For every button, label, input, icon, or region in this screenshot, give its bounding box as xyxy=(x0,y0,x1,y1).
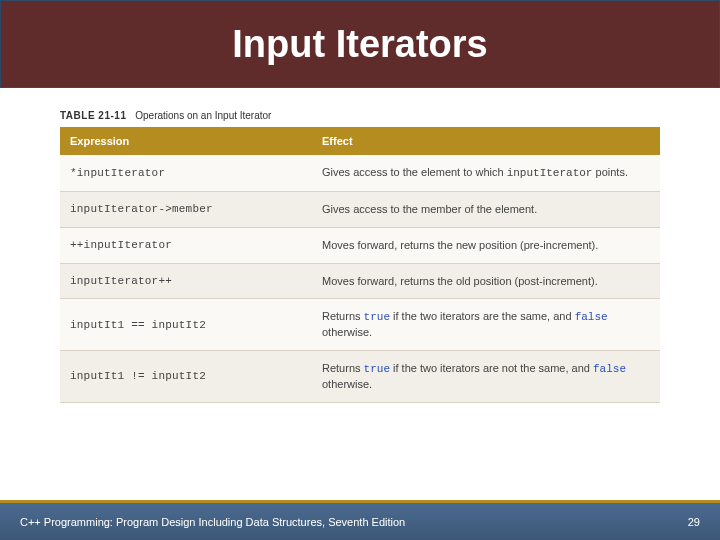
keyword-false: false xyxy=(593,363,626,375)
operations-table: Expression Effect *inputIterator Gives a… xyxy=(60,127,660,403)
expression-cell: *inputIterator xyxy=(60,155,312,191)
expression-cell: ++inputIterator xyxy=(60,227,312,263)
effect-cell: Moves forward, returns the new position … xyxy=(312,227,660,263)
effect-text: points. xyxy=(592,166,627,178)
inline-code: inputIterator xyxy=(507,167,593,179)
table-row: inputIt1 != inputIt2 Returns true if the… xyxy=(60,351,660,403)
effect-cell: Gives access to the member of the elemen… xyxy=(312,191,660,227)
keyword-false: false xyxy=(575,311,608,323)
table-row: inputIterator++ Moves forward, returns t… xyxy=(60,263,660,299)
table-row: inputIt1 == inputIt2 Returns true if the… xyxy=(60,299,660,351)
title-bar: Input Iterators xyxy=(0,0,720,88)
table-row: ++inputIterator Moves forward, returns t… xyxy=(60,227,660,263)
effect-cell: Returns true if the two iterators are no… xyxy=(312,351,660,403)
effect-cell: Gives access to the element to which inp… xyxy=(312,155,660,191)
table-row: inputIterator->member Gives access to th… xyxy=(60,191,660,227)
effect-text: if the two iterators are not the same, a… xyxy=(390,362,593,374)
expression-cell: inputIterator++ xyxy=(60,263,312,299)
effect-text: Returns xyxy=(322,310,364,322)
table-caption-text: Operations on an Input Iterator xyxy=(135,110,271,121)
table-number: TABLE 21-11 xyxy=(60,110,126,121)
footer-text: C++ Programming: Program Design Includin… xyxy=(20,516,405,528)
effect-cell: Returns true if the two iterators are th… xyxy=(312,299,660,351)
expression-cell: inputIterator->member xyxy=(60,191,312,227)
effect-text: otherwise. xyxy=(322,326,372,338)
table-row: *inputIterator Gives access to the eleme… xyxy=(60,155,660,191)
expression-cell: inputIt1 == inputIt2 xyxy=(60,299,312,351)
col-header-expression: Expression xyxy=(60,127,312,155)
table-caption: TABLE 21-11 Operations on an Input Itera… xyxy=(60,110,660,121)
effect-text: if the two iterators are the same, and xyxy=(390,310,575,322)
expression-cell: inputIt1 != inputIt2 xyxy=(60,351,312,403)
keyword-true: true xyxy=(364,363,390,375)
effect-text: otherwise. xyxy=(322,378,372,390)
keyword-true: true xyxy=(364,311,390,323)
effect-text: Gives access to the element to which xyxy=(322,166,507,178)
page-number: 29 xyxy=(688,516,700,528)
slide-title: Input Iterators xyxy=(232,23,487,66)
effect-text: Returns xyxy=(322,362,364,374)
col-header-effect: Effect xyxy=(312,127,660,155)
footer-bar: C++ Programming: Program Design Includin… xyxy=(0,500,720,540)
content-area: TABLE 21-11 Operations on an Input Itera… xyxy=(0,88,720,403)
effect-cell: Moves forward, returns the old position … xyxy=(312,263,660,299)
